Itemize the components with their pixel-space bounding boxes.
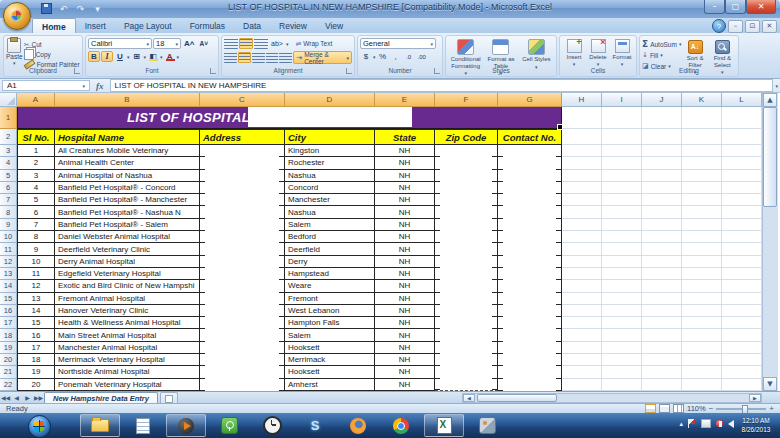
zoom-level[interactable]: 110% bbox=[687, 404, 706, 413]
cell-zip-code-row-9[interactable] bbox=[435, 219, 498, 231]
column-header-c[interactable]: C bbox=[200, 93, 285, 107]
cell-sl-no-row-11[interactable]: 9 bbox=[17, 243, 55, 255]
empty-cell[interactable] bbox=[642, 219, 682, 231]
row-header-7[interactable]: 7 bbox=[0, 194, 17, 206]
zoom-slider[interactable] bbox=[716, 408, 766, 410]
empty-cell[interactable] bbox=[722, 329, 762, 341]
empty-cell[interactable] bbox=[642, 342, 682, 354]
cell-zip-code-row-3[interactable] bbox=[435, 145, 498, 157]
workbook-close-button[interactable]: ✕ bbox=[762, 20, 777, 33]
empty-cell[interactable] bbox=[562, 280, 602, 292]
clipboard-dialog-launcher[interactable] bbox=[74, 68, 80, 74]
cell-sl-no-row-16[interactable]: 14 bbox=[17, 305, 55, 317]
font-color-button[interactable]: A bbox=[164, 51, 176, 62]
empty-cell[interactable] bbox=[722, 293, 762, 305]
cell-contact-no-row-13[interactable] bbox=[498, 268, 562, 280]
cell-state-row-8[interactable]: NH bbox=[375, 206, 435, 218]
scroll-up-button[interactable]: ▲ bbox=[763, 93, 777, 107]
cell-city-row-11[interactable]: Deerfield bbox=[285, 243, 375, 255]
action-center-flag-icon[interactable] bbox=[688, 419, 696, 428]
column-header-a[interactable]: A bbox=[17, 93, 55, 107]
column-header-k[interactable]: K bbox=[682, 93, 722, 107]
empty-cell[interactable] bbox=[722, 145, 762, 157]
insert-cells-button[interactable]: Insert▾ bbox=[562, 38, 586, 67]
cell-state-row-15[interactable]: NH bbox=[375, 293, 435, 305]
workbook-restore-button[interactable]: ⊡ bbox=[745, 20, 760, 33]
cell-zip-code-row-13[interactable] bbox=[435, 268, 498, 280]
cell-city-row-20[interactable]: Merrimack bbox=[285, 354, 375, 366]
cell-sl-no-row-17[interactable]: 15 bbox=[17, 317, 55, 329]
cell-city-row-19[interactable]: Hooksett bbox=[285, 342, 375, 354]
cell-state-row-10[interactable]: NH bbox=[375, 231, 435, 243]
cell-hospital-name-row-12[interactable]: Derry Animal Hospital bbox=[55, 256, 200, 268]
cell-zip-code-row-20[interactable] bbox=[435, 354, 498, 366]
empty-cell[interactable] bbox=[602, 194, 642, 206]
cell-city-row-9[interactable]: Salem bbox=[285, 219, 375, 231]
empty-cell[interactable] bbox=[682, 243, 722, 255]
column-header-d[interactable]: D bbox=[285, 93, 375, 107]
underline-button[interactable]: U bbox=[114, 51, 126, 62]
empty-cell[interactable] bbox=[562, 157, 602, 169]
row-header-5[interactable]: 5 bbox=[0, 170, 17, 182]
cell-address-row-14[interactable] bbox=[200, 280, 285, 292]
ribbon-tab-review[interactable]: Review bbox=[270, 18, 316, 33]
grow-font-button[interactable]: A˄ bbox=[182, 38, 196, 49]
cell-zip-code-row-19[interactable] bbox=[435, 342, 498, 354]
empty-cell[interactable] bbox=[722, 182, 762, 194]
expand-formula-bar-button[interactable]: ▾ bbox=[775, 83, 778, 89]
empty-cell[interactable] bbox=[722, 366, 762, 378]
cell-city-row-13[interactable]: Hampstead bbox=[285, 268, 375, 280]
empty-cell[interactable] bbox=[562, 354, 602, 366]
empty-cell[interactable] bbox=[602, 256, 642, 268]
excel-taskbar-button[interactable] bbox=[424, 414, 464, 437]
cell-address-row-7[interactable] bbox=[200, 194, 285, 206]
cell-hospital-name-row-16[interactable]: Hanover Veterinary Clinic bbox=[55, 305, 200, 317]
empty-cell[interactable] bbox=[602, 170, 642, 182]
cell-address-row-6[interactable] bbox=[200, 182, 285, 194]
empty-cell[interactable] bbox=[642, 293, 682, 305]
empty-cell[interactable] bbox=[682, 206, 722, 218]
name-box[interactable]: A1▾ bbox=[2, 80, 90, 91]
empty-cell[interactable] bbox=[722, 342, 762, 354]
cell-contact-no-row-20[interactable] bbox=[498, 354, 562, 366]
cell-hospital-name-row-17[interactable]: Health & Wellness Animal Hospital bbox=[55, 317, 200, 329]
empty-cell[interactable] bbox=[642, 243, 682, 255]
align-middle-button[interactable] bbox=[239, 38, 253, 49]
cell-zip-code-row-5[interactable] bbox=[435, 170, 498, 182]
cell-contact-no-row-17[interactable] bbox=[498, 317, 562, 329]
media-player-taskbar-button[interactable] bbox=[166, 414, 206, 437]
autosum-button[interactable]: ΣAutoSum▾ bbox=[642, 39, 681, 49]
cell-state-row-3[interactable]: NH bbox=[375, 145, 435, 157]
column-header-g[interactable]: G bbox=[498, 93, 562, 107]
format-cells-button[interactable]: Format▾ bbox=[610, 38, 634, 67]
empty-cell[interactable] bbox=[642, 206, 682, 218]
formula-input[interactable]: LIST OF HOSPITAL IN NEW HAMPSHIRE bbox=[110, 79, 774, 92]
cell-address-row-12[interactable] bbox=[200, 256, 285, 268]
cell-contact-no-row-22[interactable] bbox=[498, 379, 562, 391]
cell-hospital-name-row-21[interactable]: Northside Animal Hospital bbox=[55, 366, 200, 378]
empty-cell[interactable] bbox=[562, 293, 602, 305]
cell-zip-code-row-7[interactable] bbox=[435, 194, 498, 206]
font-dialog-launcher[interactable] bbox=[210, 68, 216, 74]
cell-sl-no-row-18[interactable]: 16 bbox=[17, 329, 55, 341]
empty-cell[interactable] bbox=[682, 231, 722, 243]
table-header-sl-no-[interactable]: Sl No. bbox=[17, 129, 55, 145]
cell-hospital-name-row-19[interactable]: Manchester Animal Hospital bbox=[55, 342, 200, 354]
cell-contact-no-row-15[interactable] bbox=[498, 293, 562, 305]
empty-cell[interactable] bbox=[642, 280, 682, 292]
office-button[interactable] bbox=[3, 2, 31, 30]
table-header-city[interactable]: City bbox=[285, 129, 375, 145]
delete-cells-button[interactable]: Delete▾ bbox=[586, 38, 610, 67]
align-center-button[interactable] bbox=[238, 52, 251, 63]
empty-cell[interactable] bbox=[562, 329, 602, 341]
cell-contact-no-row-14[interactable] bbox=[498, 280, 562, 292]
empty-cell[interactable] bbox=[642, 268, 682, 280]
chrome-taskbar-button[interactable] bbox=[381, 414, 421, 437]
cell-zip-code-row-17[interactable] bbox=[435, 317, 498, 329]
cell-zip-code-row-8[interactable] bbox=[435, 206, 498, 218]
borders-button[interactable]: ⊞ bbox=[131, 51, 143, 62]
next-sheet-button[interactable]: ▶ bbox=[22, 393, 33, 403]
cell-zip-code-row-22[interactable] bbox=[435, 379, 498, 391]
cell-address-row-10[interactable] bbox=[200, 231, 285, 243]
vertical-scrollbar[interactable]: ▲ ▼ bbox=[762, 93, 778, 391]
